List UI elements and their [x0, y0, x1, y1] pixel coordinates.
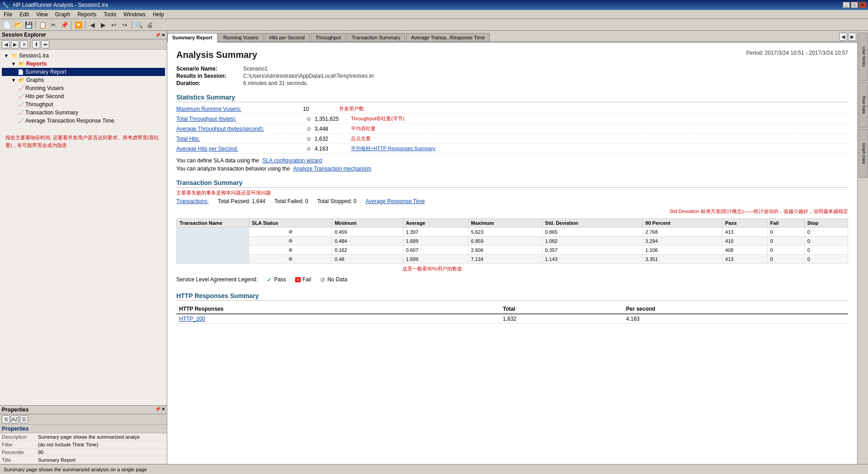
- http-200-link-cell: HTTP_200: [176, 314, 500, 324]
- titlebar-title: HP LoadRunner Analysis - Session1.lra: [11, 2, 843, 8]
- tab-avg-response[interactable]: Average Transa...Response Time: [406, 33, 490, 42]
- tab-hits-per-second[interactable]: Hits per Second: [264, 33, 310, 42]
- tab-transaction-summary[interactable]: Transaction Summary: [347, 33, 405, 42]
- right-tab-raw-data[interactable]: Raw Data: [859, 82, 868, 128]
- tab-summary-report[interactable]: Summary Report: [167, 33, 217, 43]
- running-vusers-label: Running Vusers: [25, 85, 64, 91]
- tabs-bar: Summary Report Running Vusers Hits per S…: [167, 31, 857, 43]
- analyze-link[interactable]: Analyze Transaction mechanism: [293, 166, 371, 172]
- analysis-title: Analysis Summary: [176, 50, 257, 60]
- prop-az-btn[interactable]: AZ: [11, 415, 19, 423]
- stat-avg-throughput: Average Throughput (bytes/second): ⊘ 3,4…: [176, 124, 848, 134]
- new-button[interactable]: 📄: [2, 20, 12, 30]
- stat-total-throughput-link[interactable]: Total Throughput (bytes):: [176, 116, 303, 122]
- redo-button[interactable]: ↪: [120, 20, 130, 30]
- properties-section: Properties: [0, 425, 167, 433]
- undo-button[interactable]: ↩: [109, 20, 119, 30]
- menu-help[interactable]: Help: [149, 10, 168, 19]
- scenario-value: Scenario1: [243, 66, 268, 72]
- stat-total-hits-annotation: 总点击量: [351, 135, 371, 142]
- stat-total-hits-link[interactable]: Total Hits:: [176, 136, 303, 142]
- zoom-button[interactable]: 🔍: [134, 20, 144, 30]
- trans-sla: ⊘: [249, 246, 332, 255]
- http-table-header: HTTP Responses Total Per second: [176, 304, 848, 314]
- info-table: Scenario Name: Scenario1 Results in Sess…: [176, 66, 848, 86]
- tree-hits-per-second[interactable]: 📈 Hits per Second: [2, 92, 165, 100]
- stat-avg-throughput-link[interactable]: Average Throughput (bytes/second):: [176, 126, 303, 132]
- trans-max: 7.134: [468, 255, 542, 264]
- right-tab-graph-data[interactable]: Graph Data: [859, 129, 868, 178]
- tab-nav-right[interactable]: ▶: [848, 33, 856, 41]
- hits-icon: 📈: [17, 93, 24, 100]
- tab-nav-left[interactable]: ◀: [839, 33, 847, 41]
- prop-value: 90: [36, 449, 167, 456]
- explorer-prev-btn[interactable]: ⬅: [41, 40, 49, 48]
- close-panel-icon[interactable]: ✕: [161, 33, 165, 38]
- paste-button[interactable]: 📌: [59, 20, 69, 30]
- menu-windows[interactable]: Windows: [120, 10, 149, 19]
- right-tab-user-notes[interactable]: User Notes: [859, 33, 868, 81]
- explorer-fwd-btn[interactable]: ▶: [11, 40, 19, 48]
- tree-throughput[interactable]: 📈 Throughput: [2, 100, 165, 109]
- sla-nodata-icon: ⊘: [320, 276, 326, 283]
- menu-tools[interactable]: Tools: [100, 10, 120, 19]
- prop-close-icon[interactable]: ✕: [161, 407, 165, 413]
- tree-running-vusers[interactable]: 📈 Running Vusers: [2, 84, 165, 92]
- properties-header: Properties 📌 ✕: [0, 406, 167, 414]
- forward-button[interactable]: ▶: [98, 20, 108, 30]
- results-value: C:\Users\Administrator\AppData\Local\Tem…: [243, 73, 374, 79]
- http-row-200: HTTP_200 1,632 4.163: [176, 314, 848, 324]
- stat-max-vusers-link[interactable]: Maximum Running Vusers:: [176, 106, 303, 112]
- copy-button[interactable]: 📋: [38, 20, 47, 30]
- cut-button[interactable]: ✂: [48, 20, 58, 30]
- menu-graph[interactable]: Graph: [52, 10, 74, 19]
- table-row: ⊘ 0.48 1.699 7.134 1.143 3.351 413 0 0: [177, 255, 848, 264]
- filter-button[interactable]: 🔽: [73, 20, 83, 30]
- prop-pin-icon[interactable]: 📌: [155, 407, 160, 413]
- tree-session[interactable]: ▼ 📁 Session1.lra: [2, 52, 165, 60]
- menu-edit[interactable]: Edit: [16, 10, 33, 19]
- tree-transaction-summary[interactable]: 📈 Transaction Summary: [2, 109, 165, 117]
- print-button[interactable]: 🖨: [145, 20, 155, 30]
- menu-view[interactable]: View: [33, 10, 52, 19]
- hits-label: Hits per Second: [25, 93, 64, 100]
- main-layout: Session Explorer 📌 ✕ ◀ ▶ ✕ ⬆ ⬅ ▼ 📁 Sessi…: [0, 31, 868, 464]
- sla-text: You can define SLA data using the: [176, 157, 259, 164]
- pin-icon[interactable]: 📌: [155, 33, 160, 38]
- graphs-expand-icon: ▼: [10, 76, 17, 84]
- trans-stop: 0: [804, 237, 848, 246]
- open-button[interactable]: 📂: [13, 20, 23, 30]
- trans-fail: 0: [767, 237, 804, 246]
- tab-running-vusers[interactable]: Running Vusers: [218, 33, 264, 42]
- transactions-link[interactable]: Transactions:: [176, 198, 209, 204]
- close-button[interactable]: ✕: [859, 2, 866, 8]
- explorer-back-btn[interactable]: ◀: [2, 40, 10, 48]
- stat-avg-hits-link[interactable]: Average Hits per Second:: [176, 146, 303, 152]
- http-table: HTTP Responses Total Per second HTTP_200…: [176, 304, 848, 324]
- tab-throughput[interactable]: Throughput: [311, 33, 346, 42]
- trans-min: 0.162: [332, 246, 403, 255]
- save-button[interactable]: 💾: [24, 20, 33, 30]
- tree-avg-response[interactable]: 📈 Average Transaction Response Time: [2, 117, 165, 125]
- prop-sort-btn[interactable]: ⇅: [2, 415, 10, 423]
- http-200-link[interactable]: HTTP_200: [179, 316, 205, 322]
- prop-list-btn[interactable]: ☰: [20, 415, 28, 423]
- prop-label: Description: [0, 433, 36, 441]
- minimize-button[interactable]: _: [843, 2, 850, 8]
- trans-name: [177, 255, 249, 264]
- property-row: TitleSummary Report: [0, 456, 167, 464]
- menu-file[interactable]: File: [0, 10, 16, 19]
- prop-label: Filter: [0, 441, 36, 449]
- explorer-up-btn[interactable]: ⬆: [32, 40, 40, 48]
- menu-reports[interactable]: Reports: [74, 10, 100, 19]
- avg-response-link[interactable]: Average Response Time: [365, 198, 425, 204]
- tree-graphs[interactable]: ▼ 📂 Graphs: [2, 76, 165, 84]
- maximize-button[interactable]: □: [851, 2, 858, 8]
- throughput-label: Throughput: [25, 101, 53, 108]
- reports-label: Reports: [26, 61, 47, 67]
- back-button[interactable]: ◀: [87, 20, 97, 30]
- explorer-close-btn[interactable]: ✕: [20, 40, 28, 48]
- sla-link[interactable]: SLA configuration wizard: [262, 157, 322, 164]
- tree-reports[interactable]: ▼ 📂 Reports: [2, 60, 165, 68]
- tree-summary-report[interactable]: 📄 Summary Report: [2, 68, 165, 76]
